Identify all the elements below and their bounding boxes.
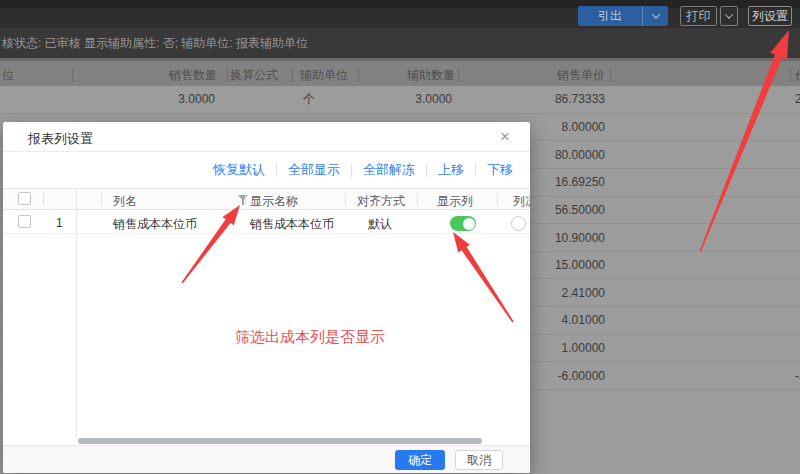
col-header-show: 显示列 <box>437 193 473 210</box>
col-header-aux-qty: 辅助数量 <box>355 67 455 84</box>
column-settings-button-label: 列设置 <box>752 8 788 25</box>
export-button-label: 引出 <box>578 8 642 25</box>
row-display-name: 销售成本本位币 <box>250 216 334 233</box>
report-table-header: 位 销售数量 换算公式 辅助单位 辅助数量 销售单价 价税合 <box>0 58 800 86</box>
col-header-conversion-formula: 换算公式 <box>230 67 278 84</box>
cell-sales-price: 86.73333 <box>505 92 605 106</box>
show-column-toggle[interactable] <box>450 216 476 231</box>
column-settings-button[interactable]: 列设置 <box>748 6 792 26</box>
chevron-down-icon <box>725 10 733 18</box>
horizontal-scrollbar[interactable] <box>78 438 482 444</box>
col-header-freeze: 列冻 <box>513 193 530 210</box>
print-dropdown-button[interactable] <box>720 6 738 26</box>
row-checkbox[interactable] <box>18 215 31 228</box>
cell-aux-unit: 个 <box>303 91 315 108</box>
restore-default-link[interactable]: 恢复默认 <box>213 161 265 179</box>
col-header-aux-unit: 辅助单位 <box>300 67 348 84</box>
top-toolbar: 引出 打印 列设置 <box>0 0 800 28</box>
app-screen: 引出 打印 列设置 核状态: 已审核 显示辅助属性: 否; 辅助单位: 报表辅助… <box>0 0 800 474</box>
cell-aux-qty: 3.0000 <box>352 92 452 106</box>
select-all-checkbox[interactable] <box>18 192 31 205</box>
toggle-knob <box>463 218 475 230</box>
ok-button[interactable]: 确定 <box>395 450 445 470</box>
unfreeze-all-link[interactable]: 全部解冻 <box>363 161 415 179</box>
col-header-amount: 价税合 <box>795 67 800 84</box>
dialog-action-links: 恢复默认 全部显示 全部解冻 上移 下移 <box>3 152 530 188</box>
col-header-sales-price: 销售单价 <box>505 67 605 84</box>
cell-amount: 26 <box>795 92 800 106</box>
cell-sales-qty: 3.0000 <box>115 92 215 106</box>
print-button[interactable]: 打印 <box>680 6 717 26</box>
freeze-column-radio[interactable] <box>511 216 526 231</box>
filter-icon[interactable] <box>238 195 248 205</box>
dialog-title: 报表列设置 <box>28 130 93 148</box>
table-row: 3.0000 个 3.0000 86.73333 26 <box>0 86 800 114</box>
cell-amount: -3 <box>795 369 800 383</box>
col-header-sales-qty: 销售数量 <box>117 67 217 84</box>
row-col-name: 销售成本本位币 <box>113 216 197 233</box>
col-header-name: 列名 <box>113 193 137 210</box>
export-dropdown-button[interactable] <box>642 6 668 26</box>
move-down-link[interactable]: 下移 <box>487 161 513 179</box>
row-index: 1 <box>56 216 63 230</box>
dialog-table-row: 1 销售成本本位币 销售成本本位币 默认 <box>3 211 530 234</box>
show-all-link[interactable]: 全部显示 <box>288 161 340 179</box>
export-button[interactable]: 引出 <box>578 6 668 26</box>
col-header-unit: 位 <box>2 67 14 84</box>
row-align-value[interactable]: 默认 <box>368 216 392 233</box>
annotation-note: 筛选出成本列是否显示 <box>235 328 385 347</box>
print-button-label: 打印 <box>687 8 711 25</box>
chevron-down-icon <box>651 10 659 18</box>
status-bar: 核状态: 已审核 显示辅助属性: 否; 辅助单位: 报表辅助单位 <box>0 28 800 58</box>
move-up-link[interactable]: 上移 <box>438 161 464 179</box>
dialog-table-header: 列名 显示名称 对齐方式 显示列 列冻 <box>3 188 530 210</box>
column-settings-dialog: 报表列设置 × 恢复默认 全部显示 全部解冻 上移 下移 列名 显示名称 对齐方… <box>3 122 530 473</box>
dialog-titlebar: 报表列设置 × <box>3 122 530 152</box>
dialog-footer: 确定 取消 <box>3 445 530 473</box>
close-icon[interactable]: × <box>495 127 515 147</box>
col-header-align: 对齐方式 <box>357 193 405 210</box>
cancel-button[interactable]: 取消 <box>455 450 503 470</box>
col-header-display-name: 显示名称 <box>250 193 298 210</box>
